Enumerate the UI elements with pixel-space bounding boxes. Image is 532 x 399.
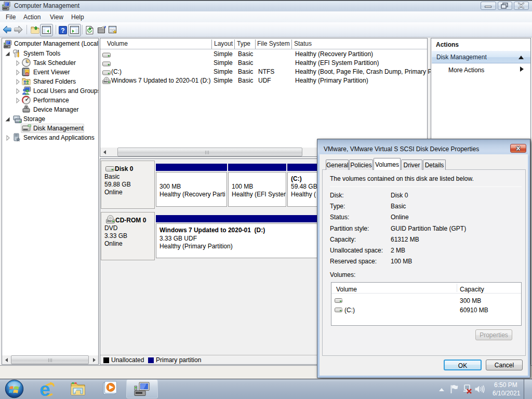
svg-text:e: e xyxy=(39,380,50,398)
svg-text:?: ? xyxy=(61,27,64,34)
